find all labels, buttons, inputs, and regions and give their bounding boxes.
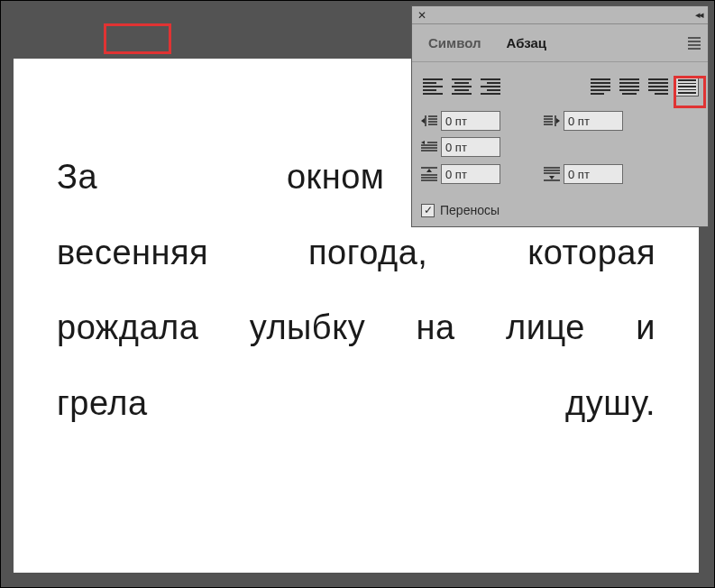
right-indent-field [544, 111, 623, 131]
first-line-indent-field [421, 137, 500, 157]
space-before-field [421, 164, 500, 184]
space-before-input[interactable] [441, 164, 500, 184]
paragraph-panel: ✕ ◂◂ Символ Абзац [411, 5, 709, 227]
space-before-icon [421, 167, 437, 181]
justify-last-right-icon[interactable] [646, 77, 670, 96]
tab-paragraph[interactable]: Абзац [494, 28, 560, 58]
close-icon[interactable]: ✕ [417, 9, 426, 22]
justify-last-center-icon[interactable] [618, 77, 641, 96]
justify-last-left-icon[interactable] [589, 77, 612, 96]
hyphenation-checkbox[interactable]: ✓ [421, 204, 435, 217]
panel-tabs: Символ Абзац [412, 24, 708, 62]
first-line-indent-icon [421, 140, 437, 154]
align-right-icon[interactable] [479, 77, 502, 96]
justify-all-icon[interactable] [675, 77, 699, 96]
left-indent-input[interactable] [441, 111, 500, 131]
right-indent-icon [544, 114, 560, 128]
left-indent-icon [421, 114, 437, 128]
first-line-indent-input[interactable] [441, 137, 500, 157]
tab-symbol[interactable]: Символ [416, 28, 494, 58]
hyphenation-row: ✓ Переносы [412, 199, 708, 226]
space-after-icon [544, 167, 560, 181]
right-indent-input[interactable] [564, 111, 623, 131]
highlight-tab-paragraph [104, 23, 171, 54]
space-after-input[interactable] [564, 164, 623, 184]
panel-menu-icon[interactable] [688, 37, 708, 50]
collapse-icon[interactable]: ◂◂ [695, 9, 702, 21]
align-left-icon[interactable] [421, 77, 445, 96]
align-center-icon[interactable] [450, 77, 473, 96]
left-indent-field [421, 111, 500, 131]
panel-header: ✕ ◂◂ [412, 6, 708, 24]
alignment-row [412, 62, 708, 107]
hyphenation-label: Переносы [440, 203, 500, 217]
indent-section [412, 107, 708, 199]
space-after-field [544, 164, 623, 184]
